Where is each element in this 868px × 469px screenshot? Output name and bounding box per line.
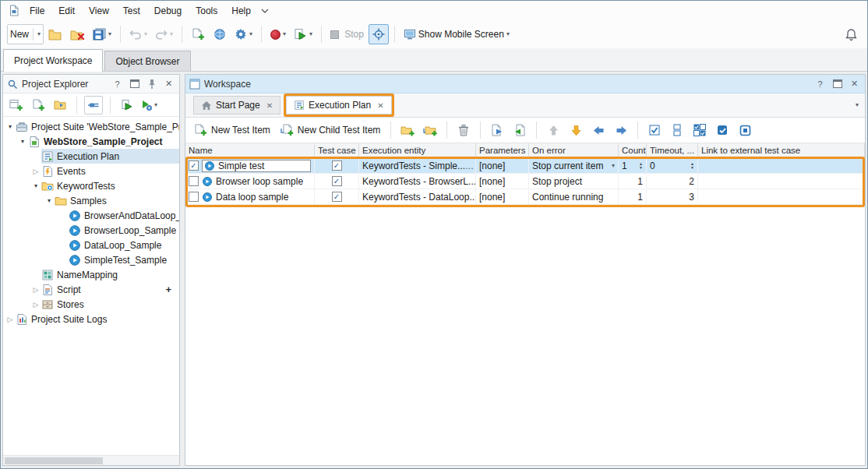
test-case-checkbox[interactable]: [332, 160, 342, 171]
new-group-button[interactable]: [397, 121, 418, 140]
pin-icon[interactable]: [145, 77, 158, 90]
test-case-checkbox[interactable]: [332, 176, 342, 186]
mark-unchecked-button[interactable]: [735, 121, 755, 140]
undo-button[interactable]: ▾: [126, 24, 150, 44]
table-row[interactable]: Data loop sample KeywordTests - DataLoop…: [185, 189, 865, 205]
add-test-item-button[interactable]: [188, 24, 208, 44]
row-enable-checkbox[interactable]: [189, 160, 199, 171]
timeout-spinner[interactable]: ▲▼: [690, 162, 694, 169]
collapse-arrow-icon[interactable]: ▾: [17, 138, 28, 145]
close-icon[interactable]: ✕: [162, 77, 175, 90]
close-tab-icon[interactable]: ✕: [266, 101, 273, 110]
delete-item-button[interactable]: [453, 121, 474, 140]
menu-debug[interactable]: Debug: [147, 2, 189, 19]
count-spinner[interactable]: ▲▼: [639, 162, 643, 169]
new-child-group-button[interactable]: [420, 121, 440, 140]
run-item-button[interactable]: [118, 96, 136, 115]
close-project-button[interactable]: [67, 24, 88, 44]
disable-item-button[interactable]: [667, 121, 687, 140]
scrollbar-thumb[interactable]: [5, 457, 103, 464]
connect-button[interactable]: [84, 96, 103, 115]
run-options-button[interactable]: ▾: [139, 96, 158, 115]
name-editor[interactable]: Data loop sample: [202, 191, 311, 203]
test-case-checkbox[interactable]: [332, 192, 342, 202]
tab-project-workspace[interactable]: Project Workspace: [3, 49, 103, 72]
run-button[interactable]: ▾: [291, 24, 316, 44]
tree-item-keyword-test[interactable]: SimpleTest_Sample: [3, 252, 179, 267]
float-window-icon[interactable]: [128, 77, 141, 90]
table-row[interactable]: Simple test KeywordTests - Simple... … […: [185, 158, 865, 174]
collapse-arrow-icon[interactable]: ▾: [30, 182, 41, 189]
import-items-button[interactable]: [510, 121, 530, 140]
collapse-arrow-icon[interactable]: ▾: [44, 197, 55, 204]
web-test-button[interactable]: [210, 24, 230, 44]
new-button[interactable]: New ▾: [7, 24, 44, 44]
open-file-button[interactable]: [51, 96, 69, 115]
column-header-execution-entity[interactable]: Execution entity: [359, 143, 476, 157]
new-test-item-button[interactable]: New Test Item: [190, 121, 274, 140]
column-header-test-case[interactable]: Test case: [315, 143, 359, 157]
tree-item-keyword-test[interactable]: DataLoop_Sample: [3, 238, 179, 252]
tree-item-execution-plan[interactable]: Execution Plan: [3, 149, 179, 164]
add-existing-item-button[interactable]: [29, 96, 48, 115]
column-header-count[interactable]: Count: [619, 143, 647, 157]
tree-item-script[interactable]: ▷ Script +: [3, 282, 179, 297]
tree-item-keyword-test[interactable]: BrowserAndDataLoop_...: [3, 208, 179, 223]
move-down-button[interactable]: [566, 121, 586, 140]
expand-arrow-icon[interactable]: ▷: [5, 316, 16, 323]
dropdown-arrow-icon[interactable]: ▾: [612, 163, 615, 169]
tree-item-events[interactable]: ▷ Events: [3, 164, 179, 178]
export-items-button[interactable]: [487, 121, 507, 140]
collapse-arrow-icon[interactable]: ▾: [5, 123, 16, 130]
open-project-button[interactable]: [45, 24, 65, 44]
tab-object-browser[interactable]: Object Browser: [104, 51, 190, 71]
column-header-link-external[interactable]: Link to external test case: [698, 143, 865, 157]
tree-item-stores[interactable]: ▷ Stores: [3, 297, 179, 312]
menu-view[interactable]: View: [82, 2, 116, 19]
help-icon[interactable]: ?: [813, 77, 827, 90]
tree-item-keyword-test[interactable]: BrowserLoop_Sample: [3, 223, 179, 238]
tree-item-keywordtests[interactable]: ▾ KeywordTests: [3, 178, 179, 193]
table-row[interactable]: Browser loop sample KeywordTests - Brows…: [185, 174, 865, 189]
help-icon[interactable]: ?: [111, 77, 124, 90]
expand-arrow-icon[interactable]: ▷: [30, 301, 41, 309]
close-icon[interactable]: ✕: [848, 77, 861, 90]
horizontal-scrollbar[interactable]: [3, 455, 179, 465]
move-left-button[interactable]: [588, 121, 609, 140]
menu-file[interactable]: File: [23, 2, 51, 19]
name-editor[interactable]: Browser loop sample: [202, 175, 311, 188]
record-button[interactable]: ▾: [267, 24, 289, 44]
column-header-timeout[interactable]: Timeout, ...: [647, 143, 698, 157]
column-header-name[interactable]: Name: [185, 143, 315, 157]
add-new-item-button[interactable]: [7, 96, 26, 115]
name-editor[interactable]: Simple test: [202, 160, 311, 172]
redo-button[interactable]: ▾: [152, 24, 176, 44]
menu-test[interactable]: Test: [116, 2, 147, 19]
row-enable-checkbox[interactable]: [189, 176, 199, 186]
browse-button[interactable]: …: [465, 161, 475, 171]
stop-button[interactable]: Stop: [327, 24, 367, 44]
row-enable-checkbox[interactable]: [189, 192, 199, 202]
mark-checked-button[interactable]: [712, 121, 732, 140]
show-mobile-screen-button[interactable]: Show Mobile Screen ▾: [400, 24, 513, 44]
tree-item-project-suite[interactable]: ▾ Project Suite 'WebStore_Sample_Proje..…: [3, 119, 179, 134]
notifications-button[interactable]: [841, 24, 861, 44]
tab-list-dropdown-icon[interactable]: ▾: [856, 102, 859, 108]
chevron-down-icon[interactable]: [259, 7, 270, 15]
tree-item-namemapping[interactable]: NameMapping: [3, 267, 179, 282]
enable-item-button[interactable]: [644, 121, 665, 140]
tree-item-project[interactable]: ▾ WebStore_Sample_Project: [3, 134, 179, 149]
new-child-test-item-button[interactable]: New Child Test Item: [277, 121, 384, 140]
move-right-button[interactable]: [611, 121, 631, 140]
expand-arrow-icon[interactable]: ▷: [30, 286, 41, 294]
tab-start-page[interactable]: Start Page ✕: [193, 96, 281, 115]
menu-tools[interactable]: Tools: [189, 2, 224, 19]
enable-all-items-button[interactable]: [690, 121, 710, 140]
float-window-icon[interactable]: [831, 77, 844, 90]
object-spy-button[interactable]: [369, 24, 389, 44]
save-all-button[interactable]: ▾: [90, 24, 115, 44]
move-up-button[interactable]: [543, 121, 563, 140]
test-settings-button[interactable]: ▾: [231, 24, 256, 44]
tab-execution-plan[interactable]: Execution Plan ✕: [286, 96, 391, 115]
column-header-on-error[interactable]: On error: [529, 143, 619, 157]
